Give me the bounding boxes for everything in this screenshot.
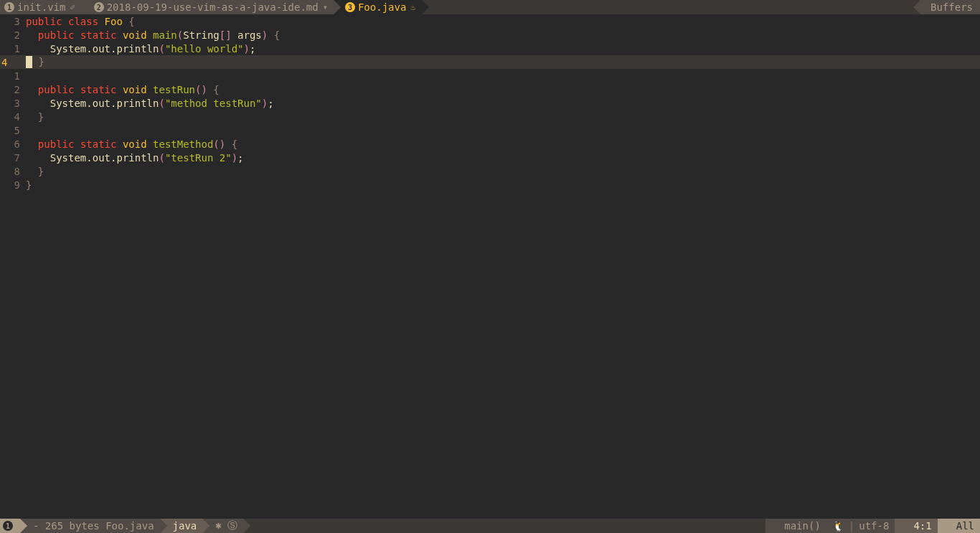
- code-content: System.out.println("hello world");: [26, 43, 255, 55]
- line-number: 2: [0, 84, 26, 95]
- code-content: }: [26, 56, 44, 69]
- code-line[interactable]: 3public class Foo {: [0, 14, 980, 28]
- tabline: 1 init.vim ✐ 2 2018-09-19-use-vim-as-a-j…: [0, 0, 980, 14]
- tab-number-badge: 1: [4, 2, 14, 12]
- tab-markdown[interactable]: 2 2018-09-19-use-vim-as-a-java-ide.md ▾: [81, 0, 334, 14]
- tab-label: 2018-09-19-use-vim-as-a-java-ide.md: [107, 1, 319, 13]
- code-content: }: [26, 166, 44, 177]
- line-number: 1: [0, 43, 26, 55]
- java-icon: ♨: [410, 2, 415, 12]
- code-line[interactable]: 1 System.out.println("hello world");: [0, 42, 980, 55]
- line-number: 1: [0, 70, 26, 82]
- code-line[interactable]: 1: [0, 69, 980, 82]
- buffers-button[interactable]: Buffers: [920, 0, 980, 14]
- status-spacer: [243, 519, 765, 533]
- status-function: main(): [765, 519, 826, 533]
- code-line[interactable]: 3 System.out.println("method testRun");: [0, 96, 980, 110]
- tab-label: init.vim: [17, 1, 65, 13]
- line-number: 4: [0, 111, 26, 123]
- buffers-label: Buffers: [930, 1, 973, 13]
- status-percent: All: [938, 519, 980, 533]
- line-number: 4: [0, 57, 9, 68]
- markdown-icon: ▾: [323, 2, 328, 12]
- cursor: [26, 56, 32, 68]
- line-number: 9: [0, 179, 26, 191]
- tab-foojava[interactable]: 3 Foo.java ♨: [334, 0, 422, 14]
- status-os: 🐧 | utf-8: [826, 519, 895, 533]
- line-number: 5: [0, 125, 26, 136]
- line-number: 3: [0, 16, 26, 27]
- linux-icon: 🐧: [832, 520, 844, 532]
- code-content: public static void testMethod() {: [26, 138, 237, 150]
- scroll-percent: All: [956, 520, 974, 532]
- file-info-text: - 265 bytes Foo.java: [33, 520, 154, 532]
- code-line[interactable]: 4 }: [0, 110, 980, 123]
- window-number-badge: 1: [3, 521, 13, 531]
- status-position: 4:1: [895, 519, 937, 533]
- status-mode: 1: [0, 519, 20, 533]
- code-content: System.out.println("testRun 2");: [26, 152, 244, 164]
- code-content: }: [26, 111, 44, 123]
- code-line[interactable]: 4 }: [0, 55, 980, 69]
- cursor-position: 4:1: [913, 520, 931, 532]
- code-content: public static void testRun() {: [26, 84, 220, 95]
- code-line[interactable]: 2 public static void testRun() {: [0, 82, 980, 96]
- code-line[interactable]: 9}: [0, 178, 980, 192]
- line-number: 2: [0, 29, 26, 41]
- tab-label: Foo.java: [358, 1, 406, 13]
- code-content: public static void main(String[] args) {: [26, 29, 280, 41]
- code-line[interactable]: 8 }: [0, 164, 980, 178]
- current-function: main(): [784, 520, 821, 532]
- status-fileinfo: - 265 bytes Foo.java: [20, 519, 160, 533]
- statusline: 1 - 265 bytes Foo.java java ✱ Ⓢ main() 🐧…: [0, 519, 980, 533]
- code-line[interactable]: 2 public static void main(String[] args)…: [0, 28, 980, 42]
- editor-pane[interactable]: 3public class Foo {2 public static void …: [0, 14, 980, 519]
- code-line[interactable]: 5: [0, 123, 980, 137]
- line-number: 6: [0, 138, 26, 150]
- tab-number-badge: 3: [345, 2, 355, 12]
- code-content: public class Foo {: [26, 16, 135, 27]
- line-number: 3: [0, 98, 26, 109]
- line-number: 7: [0, 152, 26, 164]
- vim-icon: ✐: [70, 2, 75, 12]
- code-content: System.out.println("method testRun");: [26, 98, 274, 109]
- tab-number-badge: 2: [94, 2, 104, 12]
- code-line[interactable]: 7 System.out.println("testRun 2");: [0, 151, 980, 164]
- line-number: 8: [0, 166, 26, 177]
- encoding-text: utf-8: [859, 520, 889, 532]
- tab-initvim[interactable]: 1 init.vim ✐: [0, 0, 81, 14]
- code-line[interactable]: 6 public static void testMethod() {: [0, 137, 980, 151]
- filetype-text: java: [173, 520, 197, 532]
- vcs-icon: ✱ Ⓢ: [215, 519, 237, 532]
- code-content: }: [26, 179, 32, 191]
